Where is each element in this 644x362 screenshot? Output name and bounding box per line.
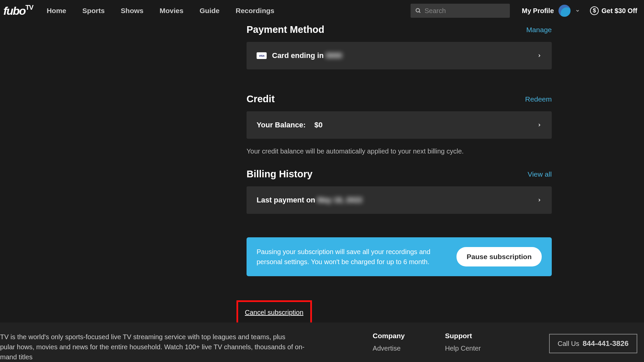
footer-company-title: Company [373,332,405,340]
promo-link[interactable]: $ Get $30 Off [590,6,637,15]
chevron-right-icon [537,198,542,202]
payment-manage-link[interactable]: Manage [526,26,552,34]
last-payment-card[interactable]: Last payment on May 18, 2022 [247,186,552,214]
footer-support-col: Support Help Center [445,332,481,352]
search-input[interactable] [425,7,505,15]
footer-support-title: Support [445,332,481,340]
visa-icon: VISA [257,52,267,59]
cancel-wrapper: Cancel subscription [236,300,552,325]
balance-left: Your Balance: $0 [257,121,323,129]
search-box[interactable] [411,4,510,18]
card-ending-text: Card ending in 0000 [272,51,342,60]
logo-text: fubo [3,4,25,17]
nav-movies[interactable]: Movies [160,7,183,15]
credit-title: Credit [247,94,275,105]
card-last4: 0000 [326,51,342,60]
billing-section: Billing History View all Last payment on… [247,169,552,214]
chevron-right-icon [537,53,542,58]
credit-redeem-link[interactable]: Redeem [525,95,552,103]
payment-title: Payment Method [247,24,324,35]
nav-guide[interactable]: Guide [200,7,220,15]
svg-line-1 [419,11,420,13]
nav-shows[interactable]: Shows [121,7,144,15]
call-number: 844-441-3826 [583,339,629,348]
payment-method-card[interactable]: VISA Card ending in 0000 [247,42,552,69]
call-us-box[interactable]: Call Us 844-441-3826 [549,334,637,353]
avatar [558,5,571,17]
billing-header: Billing History View all [247,169,552,180]
nav-home[interactable]: Home [47,7,66,15]
footer-company-col: Company Advertise [373,332,405,352]
credit-header: Credit Redeem [247,94,552,105]
main-nav: Home Sports Shows Movies Guide Recording… [47,7,411,15]
svg-point-0 [416,8,420,12]
dollar-icon: $ [590,6,599,15]
credit-section: Credit Redeem Your Balance: $0 Your cred… [247,94,552,155]
lastpay-left: Last payment on May 18, 2022 [257,196,362,204]
call-label: Call Us [558,340,579,348]
footer-advertise-link[interactable]: Advertise [373,345,400,352]
payment-header: Payment Method Manage [247,24,552,35]
chevron-right-icon [537,123,542,127]
billing-title: Billing History [247,169,313,180]
pause-text: Pausing your subscription will save all … [257,247,434,267]
balance-value: $0 [314,121,322,129]
promo-text: Get $30 Off [601,7,637,15]
logo-suffix: TV [25,4,34,11]
cancel-highlight-box: Cancel subscription [236,300,312,325]
footer: boTV is the world's only sports-focused … [0,322,644,362]
profile-label: My Profile [522,7,554,15]
last-payment-text: Last payment on May 18, 2022 [257,196,362,204]
profile-dropdown[interactable]: My Profile [522,5,580,17]
last-payment-date: May 18, 2022 [317,196,363,204]
billing-viewall-link[interactable]: View all [528,170,552,178]
nav-recordings[interactable]: Recordings [235,7,274,15]
footer-help-link[interactable]: Help Center [445,345,481,352]
chevron-down-icon [575,8,580,13]
credit-balance-card[interactable]: Your Balance: $0 [247,111,552,139]
card-left: VISA Card ending in 0000 [257,51,342,60]
header: fuboTV Home Sports Shows Movies Guide Re… [0,0,644,21]
pause-subscription-button[interactable]: Pause subscription [457,247,542,266]
pause-banner: Pausing your subscription will save all … [247,237,552,276]
credit-helper-text: Your credit balance will be automaticall… [247,147,552,155]
footer-columns: Company Advertise Support Help Center [373,332,481,352]
search-icon [415,8,421,14]
main-content: Payment Method Manage VISA Card ending i… [247,21,552,325]
cancel-subscription-link[interactable]: Cancel subscription [245,309,304,316]
nav-sports[interactable]: Sports [83,7,105,15]
footer-description: boTV is the world's only sports-focused … [0,332,305,362]
balance-label: Your Balance: [257,121,306,129]
logo[interactable]: fuboTV [3,4,33,17]
